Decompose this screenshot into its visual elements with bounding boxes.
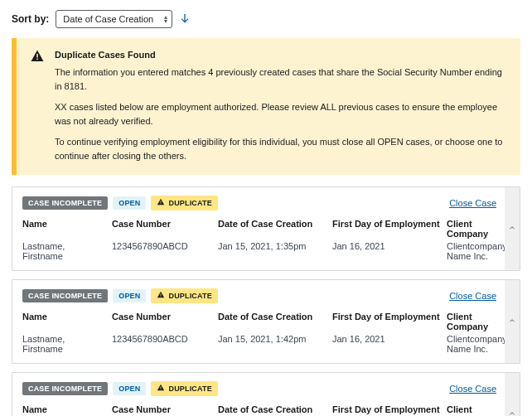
col-casenum-header: Case Number	[112, 312, 211, 331]
case-list: CASE INCOMPLETE OPEN DUPLICATE Close Cas…	[12, 186, 520, 416]
col-name-header: Name	[22, 404, 105, 416]
col-firstday-header: First Day of Employment	[332, 404, 440, 416]
chevron-up-icon	[508, 316, 516, 327]
state-badge: OPEN	[113, 289, 146, 302]
col-casenum-value: 1234567890ABCD	[112, 334, 211, 354]
col-name-value: Lastname, Firstname	[22, 334, 105, 354]
col-company-header: Client Company	[447, 312, 507, 331]
chevron-up-icon	[508, 223, 516, 235]
state-badge: OPEN	[113, 382, 146, 395]
sort-select-value: Date of Case Creation	[63, 14, 153, 24]
col-date-value: Jan 15, 2021, 1:42pm	[218, 334, 326, 354]
alert-text-1: The information you entered matches 4 pr…	[55, 65, 507, 94]
collapse-toggle[interactable]	[505, 280, 520, 363]
col-date-header: Date of Case Creation	[218, 404, 326, 416]
sort-select[interactable]: Date of Case Creation ▴▾	[56, 10, 172, 28]
col-casenum-header: Case Number	[112, 219, 211, 239]
svg-rect-3	[161, 201, 162, 204]
col-firstday-value: Jan 16, 2021	[332, 334, 440, 354]
case-card: CASE INCOMPLETE OPEN DUPLICATE Close Cas…	[12, 372, 520, 416]
col-date-header: Date of Case Creation	[218, 312, 326, 331]
duplicate-badge: DUPLICATE	[151, 381, 217, 396]
col-company-header: Client Company	[447, 404, 507, 416]
alert-text-2: XX cases listed below are employment aut…	[55, 100, 507, 128]
duplicate-alert: Duplicate Cases Found The information yo…	[12, 38, 520, 175]
badge-row: CASE INCOMPLETE OPEN DUPLICATE Close Cas…	[22, 288, 496, 303]
svg-rect-4	[161, 204, 162, 205]
status-badge: CASE INCOMPLETE	[22, 289, 108, 302]
sort-direction-button[interactable]	[179, 12, 191, 27]
close-case-link[interactable]: Close Case	[449, 384, 496, 394]
arrow-down-icon	[179, 12, 191, 24]
svg-rect-1	[36, 54, 38, 58]
col-company-header: Client Company	[447, 219, 507, 239]
case-grid: Name Case Number Date of Case Creation F…	[22, 312, 496, 354]
alert-body: Duplicate Cases Found The information yo…	[55, 48, 507, 163]
duplicate-badge: DUPLICATE	[151, 288, 217, 303]
status-badge: CASE INCOMPLETE	[22, 196, 108, 210]
sort-row: Sort by: Date of Case Creation ▴▾	[12, 10, 520, 28]
col-company-value: Clientcompany Name Inc.	[447, 241, 507, 261]
close-case-link[interactable]: Close Case	[449, 291, 496, 301]
collapse-toggle[interactable]	[505, 187, 520, 270]
col-name-header: Name	[22, 312, 105, 331]
sort-label: Sort by:	[12, 13, 49, 25]
col-date-value: Jan 15, 2021, 1:35pm	[218, 241, 326, 261]
case-card: CASE INCOMPLETE OPEN DUPLICATE Close Cas…	[12, 279, 520, 364]
warning-icon	[157, 384, 165, 394]
col-casenum-value: 1234567890ABCD	[112, 241, 211, 261]
col-casenum-header: Case Number	[112, 404, 211, 416]
case-card: CASE INCOMPLETE OPEN DUPLICATE Close Cas…	[12, 186, 520, 271]
badge-row: CASE INCOMPLETE OPEN DUPLICATE Close Cas…	[22, 196, 496, 210]
col-name-header: Name	[22, 219, 105, 239]
state-badge: OPEN	[113, 196, 146, 210]
close-case-link[interactable]: Close Case	[449, 198, 496, 208]
case-grid: Name Case Number Date of Case Creation F…	[22, 404, 496, 416]
svg-rect-6	[161, 297, 162, 297]
chevron-updown-icon: ▴▾	[164, 15, 167, 23]
col-company-value: Clientcompany Name Inc.	[447, 334, 507, 354]
collapse-toggle[interactable]	[505, 373, 520, 416]
warning-icon	[157, 291, 165, 301]
status-badge: CASE INCOMPLETE	[22, 382, 108, 395]
warning-icon	[30, 49, 45, 163]
col-name-value: Lastname, Firstname	[22, 241, 105, 261]
duplicate-badge: DUPLICATE	[151, 196, 217, 210]
svg-rect-8	[161, 389, 162, 390]
col-firstday-value: Jan 16, 2021	[332, 241, 440, 261]
svg-rect-2	[36, 59, 38, 60]
col-firstday-header: First Day of Employment	[332, 312, 440, 331]
chevron-up-icon	[508, 409, 516, 416]
svg-rect-7	[161, 387, 162, 389]
alert-text-3: To continue verifying employment eligibi…	[55, 135, 507, 163]
case-grid: Name Case Number Date of Case Creation F…	[22, 219, 496, 261]
warning-icon	[157, 198, 165, 208]
col-firstday-header: First Day of Employment	[332, 219, 440, 239]
badge-row: CASE INCOMPLETE OPEN DUPLICATE Close Cas…	[22, 381, 496, 396]
col-date-header: Date of Case Creation	[218, 219, 326, 239]
svg-rect-5	[161, 294, 162, 297]
alert-title: Duplicate Cases Found	[55, 48, 507, 62]
